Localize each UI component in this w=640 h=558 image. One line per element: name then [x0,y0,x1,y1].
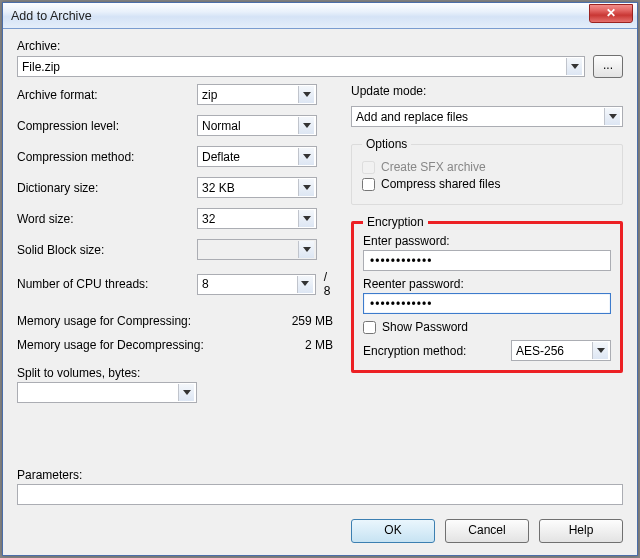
sfx-checkbox [362,161,375,174]
update-combo[interactable]: Add and replace files [351,106,623,127]
left-column: Archive format: zip Compression level: N… [17,84,337,462]
split-group: Split to volumes, bytes: [17,366,337,403]
chevron-down-icon [298,86,314,103]
update-label: Update mode: [351,84,623,98]
sfx-label: Create SFX archive [381,160,486,174]
level-value: Normal [202,119,241,133]
params-input[interactable] [17,484,623,505]
cancel-button[interactable]: Cancel [445,519,529,543]
params-label: Parameters: [17,468,623,482]
enc-method-label: Encryption method: [363,344,466,358]
encryption-group: Encryption Enter password: Reenter passw… [351,215,623,373]
method-label: Compression method: [17,150,197,164]
pwd1-label: Enter password: [363,234,611,248]
shared-check[interactable]: Compress shared files [362,177,612,191]
block-combo [197,239,317,260]
chevron-down-icon [298,210,314,227]
dialog-add-to-archive: Add to Archive ✕ Archive: File.zip ... A… [2,2,638,556]
show-password-label: Show Password [382,320,468,334]
word-label: Word size: [17,212,197,226]
word-value: 32 [202,212,215,226]
memd-label: Memory usage for Decompressing: [17,338,204,352]
window-title: Add to Archive [11,9,589,23]
shared-checkbox[interactable] [362,178,375,191]
archive-field-group: Archive: File.zip ... [17,39,623,78]
level-label: Compression level: [17,119,197,133]
encryption-legend: Encryption [363,215,428,229]
dict-value: 32 KB [202,181,235,195]
browse-button[interactable]: ... [593,55,623,78]
archive-label: Archive: [17,39,623,53]
shared-label: Compress shared files [381,177,500,191]
enc-method-combo[interactable]: AES-256 [511,340,611,361]
chevron-down-icon [298,179,314,196]
help-button[interactable]: Help [539,519,623,543]
sfx-check: Create SFX archive [362,160,612,174]
chevron-down-icon [298,148,314,165]
threads-of: / 8 [324,270,337,298]
memc-value: 259 MB [292,314,333,328]
password-input[interactable] [363,250,611,271]
memc-label: Memory usage for Compressing: [17,314,191,328]
method-combo[interactable]: Deflate [197,146,317,167]
level-combo[interactable]: Normal [197,115,317,136]
pwd2-label: Reenter password: [363,277,611,291]
dict-combo[interactable]: 32 KB [197,177,317,198]
chevron-down-icon [592,342,608,359]
chevron-down-icon [604,108,620,125]
chevron-down-icon [178,384,194,401]
right-column: Update mode: Add and replace files Optio… [351,84,623,462]
enc-method-value: AES-256 [516,344,564,358]
titlebar: Add to Archive ✕ [3,3,637,29]
button-bar: OK Cancel Help [3,511,637,555]
threads-combo[interactable]: 8 [197,274,316,295]
format-value: zip [202,88,217,102]
threads-value: 8 [202,277,209,291]
chevron-down-icon [298,241,314,258]
content: Archive: File.zip ... Archive format: zi… [3,29,637,511]
options-legend: Options [362,137,411,151]
show-password-check[interactable]: Show Password [363,320,611,334]
options-group: Options Create SFX archive Compress shar… [351,137,623,205]
split-label: Split to volumes, bytes: [17,366,337,380]
method-value: Deflate [202,150,240,164]
close-button[interactable]: ✕ [589,4,633,23]
memd-value: 2 MB [305,338,333,352]
format-label: Archive format: [17,88,197,102]
format-combo[interactable]: zip [197,84,317,105]
update-value: Add and replace files [356,110,468,124]
archive-value: File.zip [22,60,60,74]
chevron-down-icon [566,58,582,75]
chevron-down-icon [298,117,314,134]
show-password-checkbox[interactable] [363,321,376,334]
ok-button[interactable]: OK [351,519,435,543]
threads-label: Number of CPU threads: [17,277,197,291]
archive-combo[interactable]: File.zip [17,56,585,77]
dict-label: Dictionary size: [17,181,197,195]
word-combo[interactable]: 32 [197,208,317,229]
chevron-down-icon [297,276,313,293]
params-group: Parameters: [17,468,623,505]
split-combo[interactable] [17,382,197,403]
block-label: Solid Block size: [17,243,197,257]
password-confirm-input[interactable] [363,293,611,314]
